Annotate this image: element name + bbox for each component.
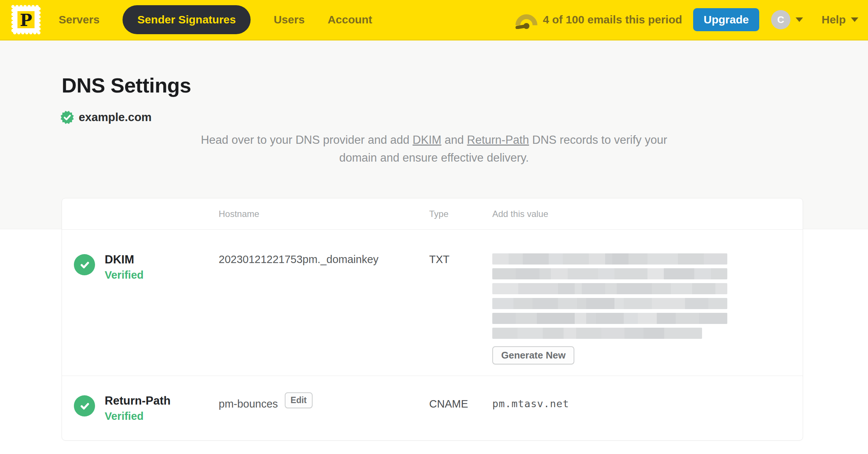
domain-name: example.com <box>79 111 151 124</box>
main-content: DNS Settings example.com Head over to yo… <box>0 40 868 454</box>
dns-records-card: Hostname Type Add this value DKIM Verifi… <box>62 198 803 441</box>
intro-text: Head over to your DNS provider and add D… <box>193 131 675 167</box>
redacted-value-line <box>492 328 702 339</box>
help-label: Help <box>822 13 846 26</box>
check-icon <box>74 395 95 416</box>
usage-meter: 4 of 100 emails this period <box>515 10 682 29</box>
redacted-value-line <box>492 313 727 324</box>
dkim-status-cell: DKIM Verified <box>62 253 219 376</box>
usage-text: 4 of 100 emails this period <box>543 13 682 26</box>
return-path-value-cell: pm.mtasv.net <box>492 395 803 440</box>
dkim-value-cell: Generate New <box>492 253 803 376</box>
verified-seal-icon <box>60 110 74 124</box>
upgrade-button[interactable]: Upgrade <box>693 8 759 31</box>
header-hostname: Hostname <box>219 209 429 219</box>
page-title: DNS Settings <box>62 73 191 97</box>
help-menu[interactable]: Help <box>822 13 858 26</box>
check-icon <box>74 254 95 275</box>
avatar[interactable]: C <box>771 10 790 29</box>
return-path-type: CNAME <box>429 398 492 440</box>
return-path-hostname-cell: pm-bounces Edit <box>219 395 429 440</box>
nav-item-sender-signatures[interactable]: Sender Signatures <box>123 5 251 34</box>
primary-nav: Servers Sender Signatures Users Account <box>59 5 395 34</box>
record-name: Return-Path <box>105 395 170 407</box>
svg-text:P: P <box>20 11 32 30</box>
return-path-hostname: pm-bounces <box>219 398 278 410</box>
gauge-icon <box>515 10 538 29</box>
record-status-badge: Verified <box>105 269 144 281</box>
intro-part: Head over to your DNS provider and add <box>201 133 412 146</box>
table-row-return-path: Return-Path Verified pm-bounces Edit CNA… <box>62 376 803 440</box>
edit-button[interactable]: Edit <box>285 392 313 408</box>
nav-item-servers[interactable]: Servers <box>59 13 99 26</box>
chevron-down-icon <box>851 17 858 22</box>
account-menu[interactable]: C <box>771 10 803 29</box>
dkim-link[interactable]: DKIM <box>412 133 441 146</box>
redacted-value-line <box>492 253 727 265</box>
header-add-this-value: Add this value <box>492 209 803 219</box>
redacted-value-line <box>492 298 727 309</box>
dkim-type: TXT <box>429 253 492 376</box>
record-status-badge: Verified <box>105 410 170 422</box>
return-path-status-cell: Return-Path Verified <box>62 395 219 440</box>
record-name: DKIM <box>105 253 144 266</box>
return-path-link[interactable]: Return-Path <box>467 133 529 146</box>
postmark-logo[interactable]: P <box>10 3 42 36</box>
header-type: Type <box>429 209 492 219</box>
domain-row: example.com <box>60 110 151 124</box>
nav-item-account[interactable]: Account <box>328 13 372 26</box>
chevron-down-icon <box>796 17 803 22</box>
table-header-row: Hostname Type Add this value <box>62 198 803 230</box>
redacted-value-line <box>492 283 727 294</box>
top-nav: P Servers Sender Signatures Users Accoun… <box>0 0 868 40</box>
table-row-dkim: DKIM Verified 20230121221753pm._domainke… <box>62 230 803 376</box>
intro-part: and <box>441 133 467 146</box>
return-path-value: pm.mtasv.net <box>492 398 788 409</box>
generate-new-button[interactable]: Generate New <box>492 346 574 364</box>
redacted-value-line <box>492 268 727 279</box>
nav-item-users[interactable]: Users <box>274 13 304 26</box>
dkim-hostname: 20230121221753pm._domainkey <box>219 253 429 376</box>
